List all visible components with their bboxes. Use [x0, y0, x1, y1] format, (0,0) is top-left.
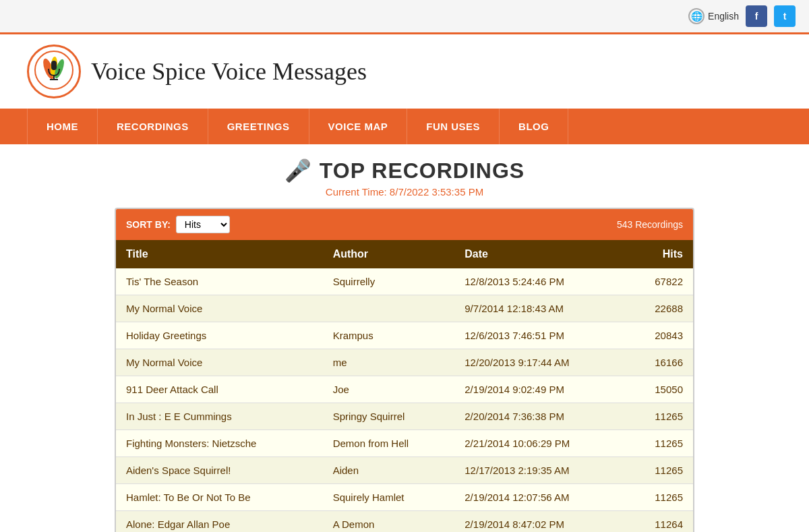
page-title: TOP RECORDINGS [320, 158, 525, 183]
cell-hits: 22688 [627, 295, 693, 322]
nav-home[interactable]: HOME [27, 109, 98, 144]
main-nav: HOME RECORDINGS GREETINGS VOICE MAP FUN … [0, 109, 809, 144]
sort-select[interactable]: Hits Date Title Author [176, 216, 230, 233]
cell-hits: 15050 [627, 376, 693, 403]
table-body: Tis' The Season Squirrelly 12/8/2013 5:2… [116, 268, 693, 532]
col-title: Title [116, 240, 323, 268]
cell-author: Demon from Hell [323, 430, 455, 457]
cell-title: In Just : E E Cummings [116, 403, 323, 430]
cell-title: 911 Deer Attack Call [116, 376, 323, 403]
table-row[interactable]: In Just : E E Cummings Springy Squirrel … [116, 403, 693, 430]
cell-date: 12/6/2013 7:46:51 PM [454, 322, 626, 349]
recordings-table: Title Author Date Hits Tis' The Season S… [116, 240, 693, 532]
language-label: English [708, 11, 739, 22]
table-row[interactable]: Tis' The Season Squirrelly 12/8/2013 5:2… [116, 268, 693, 295]
table-row[interactable]: Hamlet: To Be Or Not To Be Squirely Haml… [116, 484, 693, 511]
cell-hits: 11265 [627, 403, 693, 430]
table-row[interactable]: My Normal Voice me 12/20/2013 9:17:44 AM… [116, 349, 693, 376]
twitter-button[interactable]: t [774, 5, 796, 27]
cell-date: 2/20/2014 7:36:38 PM [454, 403, 626, 430]
sort-label: SORT BY: [126, 219, 171, 230]
cell-author: me [323, 349, 455, 376]
mic-icon: 🎤 [284, 158, 311, 183]
table-row[interactable]: Holiday Greetings Krampus 12/6/2013 7:46… [116, 322, 693, 349]
main-content: 🎤 TOP RECORDINGS Current Time: 8/7/2022 … [101, 144, 708, 532]
table-row[interactable]: Fighting Monsters: Nietzsche Demon from … [116, 430, 693, 457]
cell-author [323, 295, 455, 322]
cell-author: A Demon [323, 511, 455, 533]
cell-hits: 16166 [627, 349, 693, 376]
cell-author: Springy Squirrel [323, 403, 455, 430]
col-hits: Hits [627, 240, 693, 268]
cell-title: Aiden's Space Squirrel! [116, 457, 323, 484]
cell-hits: 11265 [627, 430, 693, 457]
cell-title: Tis' The Season [116, 268, 323, 295]
language-selector[interactable]: 🌐 English [688, 8, 739, 24]
cell-author: Krampus [323, 322, 455, 349]
col-author: Author [323, 240, 455, 268]
col-date: Date [454, 240, 626, 268]
table-row[interactable]: Alone: Edgar Allan Poe A Demon 2/19/2014… [116, 511, 693, 533]
table-header: Title Author Date Hits [116, 240, 693, 268]
nav-recordings[interactable]: RECORDINGS [98, 109, 208, 144]
cell-author: Aiden [323, 457, 455, 484]
cell-hits: 67822 [627, 268, 693, 295]
table-row[interactable]: My Normal Voice 9/7/2014 12:18:43 AM 226… [116, 295, 693, 322]
nav-blog[interactable]: BLOG [500, 109, 568, 144]
recordings-count: 543 Recordings [617, 219, 683, 230]
table-toolbar: SORT BY: Hits Date Title Author 543 Reco… [116, 209, 693, 240]
cell-date: 12/8/2013 5:24:46 PM [454, 268, 626, 295]
cell-title: Alone: Edgar Allan Poe [116, 511, 323, 533]
cell-author: Joe [323, 376, 455, 403]
title-row: 🎤 TOP RECORDINGS [115, 158, 694, 183]
cell-date: 2/19/2014 12:07:56 AM [454, 484, 626, 511]
recordings-table-container: SORT BY: Hits Date Title Author 543 Reco… [115, 208, 694, 532]
cell-author: Squirrelly [323, 268, 455, 295]
facebook-button[interactable]: f [746, 5, 767, 27]
cell-title: Holiday Greetings [116, 322, 323, 349]
site-header: Voice Spice Voice Messages [0, 34, 809, 109]
cell-hits: 20843 [627, 322, 693, 349]
cell-date: 12/20/2013 9:17:44 AM [454, 349, 626, 376]
nav-greetings[interactable]: GREETINGS [208, 109, 309, 144]
top-bar: 🌐 English f t [0, 0, 809, 34]
cell-date: 9/7/2014 12:18:43 AM [454, 295, 626, 322]
logo [27, 45, 81, 98]
cell-date: 12/17/2013 2:19:35 AM [454, 457, 626, 484]
table-row[interactable]: Aiden's Space Squirrel! Aiden 12/17/2013… [116, 457, 693, 484]
cell-date: 2/19/2014 9:02:49 PM [454, 376, 626, 403]
current-time: Current Time: 8/7/2022 3:53:35 PM [115, 186, 694, 198]
cell-hits: 11265 [627, 457, 693, 484]
cell-hits: 11265 [627, 484, 693, 511]
cell-date: 2/21/2014 10:06:29 PM [454, 430, 626, 457]
logo-icon [34, 50, 74, 94]
sort-controls: SORT BY: Hits Date Title Author [126, 216, 230, 233]
table-row[interactable]: 911 Deer Attack Call Joe 2/19/2014 9:02:… [116, 376, 693, 403]
cell-title: My Normal Voice [116, 349, 323, 376]
cell-title: My Normal Voice [116, 295, 323, 322]
site-title: Voice Spice Voice Messages [91, 57, 367, 86]
cell-title: Hamlet: To Be Or Not To Be [116, 484, 323, 511]
cell-hits: 11264 [627, 511, 693, 533]
page-title-area: 🎤 TOP RECORDINGS Current Time: 8/7/2022 … [115, 158, 694, 198]
svg-rect-4 [51, 61, 57, 70]
nav-voice-map[interactable]: VOICE MAP [309, 109, 408, 144]
cell-title: Fighting Monsters: Nietzsche [116, 430, 323, 457]
nav-fun-uses[interactable]: FUN USES [407, 109, 500, 144]
cell-date: 2/19/2014 8:47:02 PM [454, 511, 626, 533]
cell-author: Squirely Hamlet [323, 484, 455, 511]
globe-icon: 🌐 [688, 8, 705, 24]
